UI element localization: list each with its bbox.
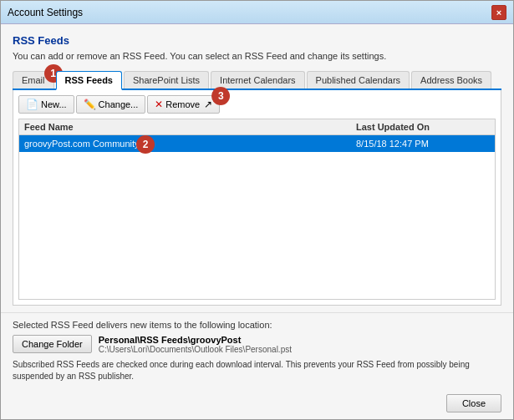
table-row[interactable]: groovyPost.com Community 8/15/18 12:47 P… (19, 135, 495, 152)
tab-sharepoint[interactable]: SharePoint Lists (124, 71, 209, 89)
table-body: groovyPost.com Community 8/15/18 12:47 P… (19, 135, 495, 152)
col-last-updated: Last Updated On (356, 122, 490, 132)
window-title: Account Settings (8, 7, 83, 18)
new-button[interactable]: 📄 New... (18, 95, 74, 114)
close-button[interactable]: Close (446, 394, 501, 412)
subscribe-note: Subscribed RSS Feeds are checked once du… (13, 359, 501, 382)
change-folder-button[interactable]: Change Folder (13, 335, 92, 353)
content-area: RSS Feeds You can add or remove an RSS F… (1, 24, 513, 312)
footer-buttons: Close (1, 389, 513, 419)
account-settings-window: Account Settings × RSS Feeds You can add… (0, 0, 514, 420)
change-button[interactable]: ✏️ Change... (76, 95, 146, 114)
window-close-button[interactable]: × (491, 5, 506, 20)
cell-feed-name: groovyPost.com Community (24, 139, 356, 149)
change-button-label: Change... (99, 99, 139, 109)
new-icon: 📄 (26, 99, 38, 110)
section-title: RSS Feeds (13, 34, 501, 47)
folder-path: Personal\RSS Feeds\groovyPost (99, 335, 292, 345)
location-label: Selected RSS Feed delivers new items to … (13, 320, 501, 330)
remove-button[interactable]: ✕ Remove ↗ (147, 95, 220, 114)
tab-panel-rss: 📄 New... ✏️ Change... ✕ Remove ↗ 3 (13, 90, 501, 306)
remove-icon: ✕ (155, 99, 163, 110)
bottom-area: Selected RSS Feed delivers new items to … (1, 312, 513, 389)
folder-info: Personal\RSS Feeds\groovyPost C:\Users\L… (99, 335, 292, 354)
folder-file: C:\Users\Lori\Documents\Outlook Files\Pe… (99, 345, 292, 354)
folder-row: Change Folder Personal\RSS Feeds\groovyP… (13, 335, 501, 354)
remove-btn-area: ✕ Remove ↗ 3 (147, 95, 220, 114)
title-bar: Account Settings × (1, 1, 513, 24)
toolbar: 📄 New... ✏️ Change... ✕ Remove ↗ 3 (18, 95, 496, 114)
tab-address-books[interactable]: Address Books (411, 71, 491, 89)
tab-rss-feeds[interactable]: RSS Feeds (56, 71, 122, 90)
rss-feeds-table: Feed Name Last Updated On groovyPost.com… (18, 119, 496, 300)
new-button-label: New... (41, 99, 67, 109)
change-icon: ✏️ (84, 99, 96, 110)
tab-published-calendars[interactable]: Published Calendars (307, 71, 410, 89)
annotation-3: 3 (211, 87, 230, 105)
col-feed-name: Feed Name (24, 122, 356, 132)
tab-internet-calendars[interactable]: Internet Calendars (211, 71, 305, 89)
remove-button-label: Remove (165, 99, 200, 109)
annotation-2: 2 (136, 135, 155, 154)
table-header: Feed Name Last Updated On (19, 119, 495, 135)
tabs-row: Email 1 RSS Feeds SharePoint Lists Inter… (13, 71, 501, 90)
cursor-after-remove: ↗ (204, 99, 212, 110)
cell-last-updated: 8/15/18 12:47 PM (356, 139, 490, 149)
section-description: You can add or remove an RSS Feed. You c… (13, 50, 501, 63)
